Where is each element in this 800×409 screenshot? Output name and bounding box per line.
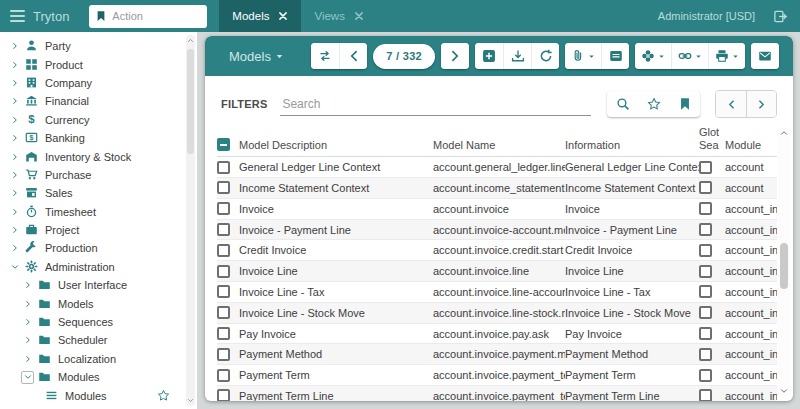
relate-button[interactable] <box>671 43 708 69</box>
global-search-checkbox[interactable] <box>699 202 712 215</box>
table-row[interactable]: Credit Invoiceaccount.invoice.credit.sta… <box>217 240 777 261</box>
scroll-down-icon[interactable] <box>778 387 790 395</box>
table-row[interactable]: Invoice Line - Taxaccount.invoice.line-a… <box>217 282 777 303</box>
sidebar-item-inventory-stock[interactable]: Inventory & Stock <box>0 147 197 165</box>
global-search-checkbox[interactable] <box>699 389 712 401</box>
row-checkbox[interactable] <box>217 285 230 298</box>
view-title-dropdown[interactable]: Models <box>229 49 284 64</box>
table-row[interactable]: Payment Term Lineaccount.invoice.payment… <box>217 386 777 401</box>
logout-icon[interactable] <box>773 9 788 24</box>
tab-views[interactable]: Views <box>301 0 376 32</box>
chevron-right-icon[interactable] <box>21 352 34 365</box>
action-button[interactable] <box>635 43 671 69</box>
chevron-right-icon[interactable] <box>8 113 21 126</box>
column-header-global-search[interactable]: Glot Sea <box>699 126 725 151</box>
email-button[interactable] <box>751 43 779 69</box>
sidebar-item-sales[interactable]: Sales <box>0 184 197 202</box>
row-checkbox[interactable] <box>217 244 230 257</box>
sidebar-item-sequences[interactable]: Sequences <box>0 313 197 331</box>
star-filter-button[interactable] <box>638 91 669 117</box>
column-header-module[interactable]: Module <box>725 139 777 151</box>
chevron-right-icon[interactable] <box>21 334 34 347</box>
sidebar-item-modules[interactable]: Modules <box>0 368 197 386</box>
sidebar-item-localization[interactable]: Localization <box>0 350 197 368</box>
chevron-right-icon[interactable] <box>8 40 21 53</box>
table-row[interactable]: Pay Invoiceaccount.invoice.pay.askPay In… <box>217 324 777 345</box>
sidebar-scroll-thumb[interactable] <box>187 49 194 154</box>
action-search-box[interactable] <box>89 5 207 28</box>
next-button[interactable] <box>441 43 469 69</box>
switch-view-button[interactable] <box>311 43 339 69</box>
row-checkbox[interactable] <box>217 202 230 215</box>
sidebar-item-banking[interactable]: $Banking <box>0 129 197 147</box>
chevron-right-icon[interactable] <box>8 95 21 108</box>
column-header-description[interactable]: Model Description <box>239 139 433 151</box>
save-button[interactable] <box>503 43 531 69</box>
reload-button[interactable] <box>531 43 559 69</box>
global-search-checkbox[interactable] <box>699 306 712 319</box>
chevron-right-icon[interactable] <box>21 279 34 292</box>
row-checkbox[interactable] <box>217 389 230 401</box>
sidebar-item-currency[interactable]: $Currency <box>0 111 197 129</box>
row-checkbox[interactable] <box>217 223 230 236</box>
star-icon[interactable] <box>157 389 170 402</box>
global-search-checkbox[interactable] <box>699 327 712 340</box>
sidebar-item-product[interactable]: Product <box>0 55 197 73</box>
sidebar-item-party[interactable]: Party <box>0 37 197 55</box>
chevron-right-icon[interactable] <box>8 224 21 237</box>
table-row[interactable]: Invoice Line - Stock Moveaccount.invoice… <box>217 303 777 324</box>
action-input[interactable] <box>112 10 201 22</box>
previous-button[interactable] <box>339 43 367 69</box>
sidebar-item-financial[interactable]: Financial <box>0 92 197 110</box>
chevron-right-icon[interactable] <box>21 297 34 310</box>
attachment-button[interactable] <box>565 43 601 69</box>
chevron-down-icon[interactable] <box>21 371 34 384</box>
table-row[interactable]: General Ledger Line Contextaccount.gener… <box>217 157 777 178</box>
select-all-checkbox[interactable] <box>217 138 230 151</box>
table-row[interactable]: Invoice - Payment Lineaccount.invoice-ac… <box>217 220 777 241</box>
sidebar-item-administration[interactable]: Administration <box>0 258 197 276</box>
chevron-right-icon[interactable] <box>8 205 21 218</box>
row-checkbox[interactable] <box>217 348 230 361</box>
sidebar-item-scheduler[interactable]: Scheduler <box>0 331 197 349</box>
close-icon[interactable] <box>354 11 364 21</box>
hamburger-menu-icon[interactable] <box>10 10 25 22</box>
table-scroll-thumb[interactable] <box>780 243 788 289</box>
sidebar-item-project[interactable]: Project <box>0 221 197 239</box>
scroll-up-icon[interactable] <box>778 129 790 137</box>
global-search-checkbox[interactable] <box>699 369 712 382</box>
new-button[interactable] <box>475 43 503 69</box>
print-button[interactable] <box>708 43 745 69</box>
page-previous-button[interactable] <box>716 91 746 117</box>
chevron-right-icon[interactable] <box>8 150 21 163</box>
chevron-right-icon[interactable] <box>8 132 21 145</box>
table-row[interactable]: Income Statement Contextaccount.income_s… <box>217 178 777 199</box>
chevron-right-icon[interactable] <box>8 76 21 89</box>
row-checkbox[interactable] <box>217 306 230 319</box>
scroll-up-icon[interactable] <box>186 37 195 44</box>
chevron-right-icon[interactable] <box>21 316 34 329</box>
chevron-right-icon[interactable] <box>8 187 21 200</box>
bookmark-filter-button[interactable] <box>669 91 700 117</box>
chevron-down-icon[interactable] <box>8 260 21 273</box>
global-search-checkbox[interactable] <box>699 285 712 298</box>
table-row[interactable]: Invoice Lineaccount.invoice.lineInvoice … <box>217 261 777 282</box>
table-row[interactable]: Payment Methodaccount.invoice.payment.me… <box>217 344 777 365</box>
sidebar-item-timesheet[interactable]: Timesheet <box>0 203 197 221</box>
search-button[interactable] <box>607 91 638 117</box>
global-search-checkbox[interactable] <box>699 181 712 194</box>
sidebar-item-purchase[interactable]: Purchase <box>0 166 197 184</box>
sidebar-item-modules[interactable]: Modules <box>0 386 197 404</box>
global-search-checkbox[interactable] <box>699 161 712 174</box>
user-menu[interactable]: Administrator [USD] <box>658 10 755 22</box>
sidebar-item-production[interactable]: Production <box>0 239 197 257</box>
row-checkbox[interactable] <box>217 327 230 340</box>
sidebar-item-company[interactable]: Company <box>0 74 197 92</box>
row-checkbox[interactable] <box>217 161 230 174</box>
tab-models[interactable]: Models <box>219 0 301 32</box>
sidebar-scrollbar[interactable] <box>186 35 195 406</box>
search-input[interactable] <box>280 93 591 116</box>
note-button[interactable] <box>601 43 629 69</box>
column-header-name[interactable]: Model Name <box>433 139 565 151</box>
row-checkbox[interactable] <box>217 181 230 194</box>
